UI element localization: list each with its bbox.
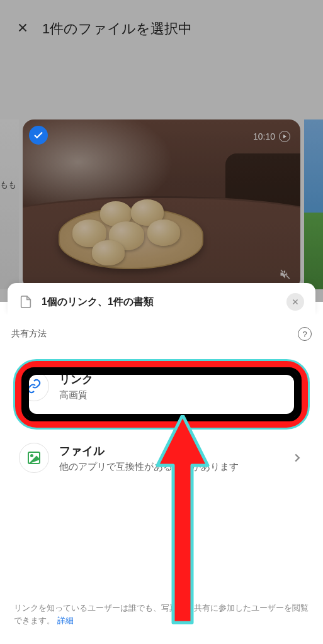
help-icon[interactable]: ? bbox=[298, 327, 312, 341]
share-option-file[interactable]: ファイル 他のアプリで互換性がある場合があります bbox=[11, 431, 312, 484]
svg-point-5 bbox=[31, 455, 33, 457]
document-icon bbox=[19, 295, 33, 309]
image-icon bbox=[19, 443, 49, 473]
selection-preview-area: 1件のファイルを選択中 もも 10:10 bbox=[0, 0, 323, 302]
share-sheet: 共有方法 ? リンク 高画質 ファイル 他のアプリで互換性がある場合があります … bbox=[0, 314, 323, 644]
option-link-title: リンク bbox=[59, 372, 280, 387]
dismiss-card-button[interactable] bbox=[286, 293, 304, 311]
option-file-title: ファイル bbox=[59, 443, 280, 458]
share-section-label: 共有方法 bbox=[11, 328, 47, 340]
option-file-subtitle: 他のアプリで互換性がある場合があります bbox=[59, 460, 280, 473]
share-item-summary: 1個のリンク、1件の書類 bbox=[8, 283, 315, 314]
chevron-right-icon bbox=[290, 379, 304, 393]
link-icon bbox=[19, 371, 49, 401]
option-link-subtitle: 高画質 bbox=[59, 388, 280, 401]
privacy-disclaimer: リンクを知っているユーザーは誰でも、写真と、共有に参加したユーザーを閲覧できます… bbox=[14, 602, 309, 626]
selected-check-icon bbox=[29, 126, 48, 145]
chevron-right-icon bbox=[290, 451, 304, 465]
learn-more-link[interactable]: 詳細 bbox=[57, 616, 74, 625]
share-option-link[interactable]: リンク 高画質 bbox=[11, 360, 312, 413]
share-summary-title: 1個のリンク、1件の書類 bbox=[42, 296, 278, 309]
